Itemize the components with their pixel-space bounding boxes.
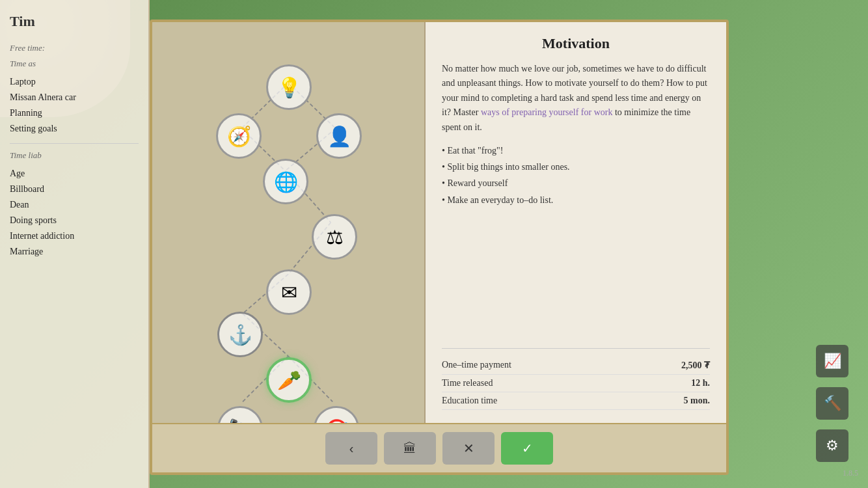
skill-node-binoculars[interactable]: 🔭 — [217, 406, 263, 423]
skill-node-scales[interactable]: ⚖ — [312, 214, 357, 260]
globe-circle: 🌐 — [263, 159, 308, 204]
person-icon: 👤 — [327, 125, 351, 148]
dart-circle: 🎯 — [314, 406, 359, 423]
modal-title: Motivation — [442, 35, 710, 52]
skill-tree-panel: 💡 🧭 👤 🌐 — [152, 22, 426, 423]
back-button[interactable]: ‹ — [325, 432, 377, 465]
dart-icon: 🎯 — [325, 418, 349, 424]
sidebar-item-missan[interactable]: Missan Alnera car — [10, 90, 139, 105]
library-button[interactable]: 🏛 — [384, 432, 436, 465]
bullet-1: • Eat that "frog"! — [442, 142, 710, 159]
skill-node-person[interactable]: 👤 — [316, 113, 362, 159]
stat-education: Education time 5 mon. — [442, 392, 710, 410]
sidebar-title: Tim — [10, 13, 139, 33]
scales-circle: ⚖ — [312, 214, 357, 260]
sidebar-divider — [10, 143, 139, 144]
modal-body: 💡 🧭 👤 🌐 — [152, 22, 726, 423]
desc-link[interactable]: ways of preparing yourself for work — [481, 107, 613, 117]
skill-node-compass[interactable]: 🧭 — [216, 113, 262, 159]
modal-footer: ‹ 🏛 ✕ ✓ — [152, 423, 726, 472]
confirm-button[interactable]: ✓ — [501, 432, 553, 465]
bullet-3: • Reward yourself — [442, 175, 710, 191]
time-liab-label: Time liab — [10, 150, 139, 161]
carrot-circle: 🥕 — [266, 357, 312, 403]
time-value: 12 h. — [691, 378, 710, 388]
bullet-2: • Split big things into smaller ones. — [442, 159, 710, 175]
anchor-icon: ⚓ — [228, 323, 252, 346]
edu-value: 5 mon. — [684, 396, 710, 406]
anchor-circle: ⚓ — [217, 312, 263, 357]
sidebar-item-goals[interactable]: Setting goals — [10, 121, 139, 137]
version-label: 1.8.5 — [843, 468, 858, 478]
envelope-circle: ✉ — [266, 269, 312, 315]
scales-icon: ⚖ — [326, 226, 344, 249]
time-as-label: Time as — [10, 59, 139, 69]
sidebar-panel: Tim Free time: Time as Laptop Missan Aln… — [0, 0, 150, 488]
cancel-button[interactable]: ✕ — [442, 432, 495, 465]
sidebar-item-marriage[interactable]: Marriage — [10, 244, 139, 260]
hammer-icon: 🔨 — [824, 395, 841, 412]
globe-icon: 🌐 — [274, 170, 298, 193]
time-label: Time released — [442, 378, 493, 388]
settings-icon: ⚙ — [826, 437, 839, 454]
bullet-4: • Make an everyday to–do list. — [442, 192, 710, 208]
free-time-label: Free time: — [10, 43, 139, 53]
main-modal: 💡 🧭 👤 🌐 — [150, 20, 729, 475]
sidebar-item-dean[interactable]: Dean — [10, 197, 139, 213]
compass-icon: 🧭 — [227, 125, 251, 148]
stat-payment: One–time payment 2,500 ₮ — [442, 357, 710, 375]
description-panel: Motivation No matter how much we love ou… — [426, 22, 726, 423]
lightbulb-circle: 💡 — [266, 64, 312, 110]
carrot-icon: 🥕 — [277, 369, 301, 392]
chart-icon: 📈 — [824, 353, 841, 370]
binoculars-icon: 🔭 — [228, 418, 252, 424]
edu-label: Education time — [442, 396, 497, 406]
skill-node-globe[interactable]: 🌐 — [263, 159, 308, 204]
stats-container: One–time payment 2,500 ₮ Time released 1… — [442, 348, 710, 410]
skill-node-envelope[interactable]: ✉ — [266, 269, 312, 315]
chart-button[interactable]: 📈 — [816, 345, 848, 377]
lightbulb-icon: 💡 — [277, 76, 301, 99]
hammer-button[interactable]: 🔨 — [816, 387, 848, 420]
envelope-icon: ✉ — [281, 281, 297, 304]
sidebar-item-billboard[interactable]: Billboard — [10, 182, 139, 197]
sidebar-item-doing-sports[interactable]: Doing sports — [10, 213, 139, 228]
skill-node-lightbulb[interactable]: 💡 — [266, 64, 312, 110]
description-text: No matter how much we love our job, some… — [442, 62, 710, 135]
skill-canvas: 💡 🧭 👤 🌐 — [152, 22, 424, 423]
compass-circle: 🧭 — [216, 113, 262, 159]
binoculars-circle: 🔭 — [217, 406, 263, 423]
skill-node-dart[interactable]: 🎯 — [314, 406, 359, 423]
sidebar-item-laptop[interactable]: Laptop — [10, 74, 139, 90]
payment-value: 2,500 ₮ — [681, 360, 710, 371]
skill-node-carrot[interactable]: 🥕 — [266, 357, 312, 403]
sidebar-item-age[interactable]: Age — [10, 166, 139, 182]
payment-label: One–time payment — [442, 360, 511, 371]
bullets-container: • Eat that "frog"! • Split big things in… — [442, 142, 710, 208]
settings-button[interactable]: ⚙ — [816, 429, 848, 462]
right-icon-panel: 📈 🔨 ⚙ — [796, 0, 868, 488]
skill-node-anchor[interactable]: ⚓ — [217, 312, 263, 357]
stat-time: Time released 12 h. — [442, 375, 710, 392]
sidebar-item-planning[interactable]: Planning — [10, 105, 139, 121]
person-circle: 👤 — [316, 113, 362, 159]
sidebar-item-internet[interactable]: Internet addiction — [10, 228, 139, 244]
